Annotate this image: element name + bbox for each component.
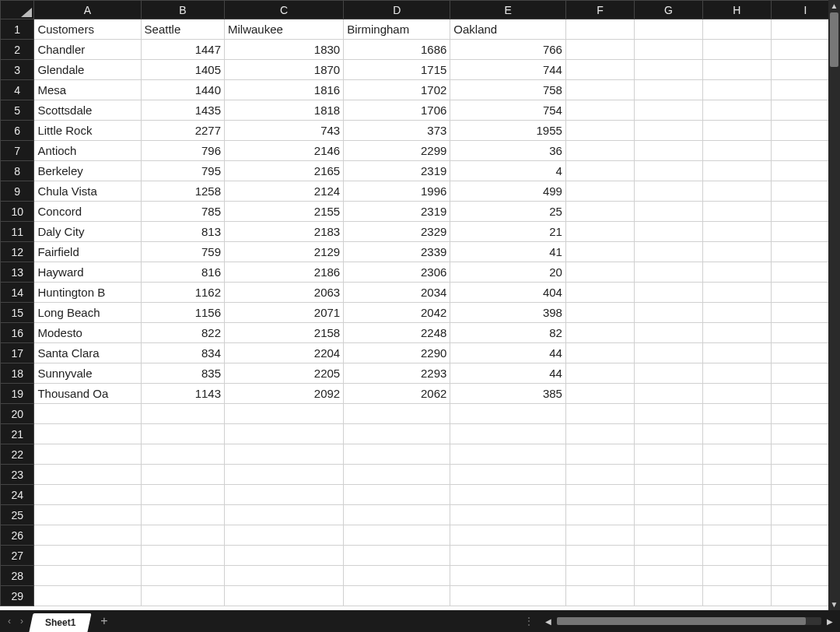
cell[interactable]: 813 [141,222,224,242]
select-all-corner[interactable] [1,1,34,19]
cell[interactable]: 1816 [225,80,344,100]
cell[interactable]: Sunnyvale [34,363,141,384]
cell[interactable]: 1715 [344,60,450,80]
cell[interactable]: 2293 [344,363,450,384]
cell[interactable]: 1830 [225,40,344,60]
cell[interactable] [565,525,634,546]
cell[interactable] [634,121,702,141]
cell[interactable] [565,424,634,444]
row-header[interactable]: 23 [1,465,34,485]
cell[interactable] [450,424,566,444]
cell[interactable] [34,546,141,566]
cell[interactable] [344,505,450,525]
cell[interactable]: 2146 [225,141,344,161]
cell[interactable] [634,141,702,161]
cell[interactable]: 1258 [141,181,224,202]
cell[interactable]: 1162 [141,283,224,303]
cell[interactable]: Scottsdale [34,100,141,121]
scroll-up-button[interactable]: ▲ [828,0,840,12]
cell[interactable]: 2062 [344,384,450,404]
cell[interactable] [634,566,702,586]
column-header[interactable]: E [450,1,566,19]
scroll-left-button[interactable]: ◀ [543,617,554,626]
cell[interactable] [141,444,224,465]
row-header[interactable]: 12 [1,242,34,262]
cell[interactable] [702,121,771,141]
cell[interactable]: Chula Vista [34,181,141,202]
cell[interactable]: 2129 [225,242,344,262]
cell[interactable]: 499 [450,181,566,202]
scroll-down-button[interactable]: ▼ [828,599,840,610]
cell[interactable] [702,19,771,40]
cell[interactable] [634,485,702,505]
cell[interactable] [225,525,344,546]
cell[interactable] [702,525,771,546]
cell[interactable] [565,222,634,242]
cell[interactable]: Santa Clara [34,343,141,363]
row-header[interactable]: 3 [1,60,34,80]
cell[interactable]: 754 [450,100,566,121]
cell[interactable] [565,485,634,505]
cell[interactable]: 759 [141,242,224,262]
column-header[interactable]: D [344,1,450,19]
cell[interactable] [702,323,771,343]
cell[interactable] [702,465,771,485]
row-header[interactable]: 28 [1,566,34,586]
cell[interactable] [702,141,771,161]
cell[interactable] [34,485,141,505]
cell[interactable]: 2071 [225,303,344,323]
cell[interactable]: Thousand Oa [34,384,141,404]
cell[interactable]: 1702 [344,80,450,100]
cell[interactable] [634,262,702,283]
cell[interactable] [702,444,771,465]
cell[interactable] [225,586,344,606]
cell[interactable]: 1996 [344,181,450,202]
cell[interactable] [702,262,771,283]
row-header[interactable]: 25 [1,505,34,525]
cell[interactable] [634,303,702,323]
row-header[interactable]: 29 [1,586,34,606]
cell[interactable] [634,343,702,363]
cell[interactable]: 2339 [344,242,450,262]
cell[interactable] [450,465,566,485]
cell[interactable]: Fairfield [34,242,141,262]
cell[interactable]: 2155 [225,202,344,222]
row-header[interactable]: 17 [1,343,34,363]
cell[interactable] [565,384,634,404]
cell[interactable]: 44 [450,363,566,384]
cell[interactable] [450,586,566,606]
cell[interactable] [634,323,702,343]
row-header[interactable]: 21 [1,424,34,444]
cell[interactable] [141,465,224,485]
cell[interactable] [634,586,702,606]
cell[interactable] [565,444,634,465]
cell[interactable]: Huntington B [34,283,141,303]
row-header[interactable]: 18 [1,363,34,384]
cell[interactable] [565,465,634,485]
cell[interactable] [702,424,771,444]
cell[interactable]: 2319 [344,202,450,222]
cell[interactable]: 21 [450,222,566,242]
cell[interactable] [702,343,771,363]
cell[interactable]: Berkeley [34,161,141,181]
cell[interactable]: 25 [450,202,566,222]
cell[interactable] [702,404,771,424]
cell[interactable]: 20 [450,262,566,283]
cell[interactable]: 1870 [225,60,344,80]
cell[interactable] [634,60,702,80]
cell[interactable]: 398 [450,303,566,323]
row-header[interactable]: 11 [1,222,34,242]
cell[interactable] [34,525,141,546]
cell[interactable]: 2204 [225,343,344,363]
cell[interactable]: 82 [450,323,566,343]
cell[interactable] [565,363,634,384]
cell[interactable]: 2277 [141,121,224,141]
row-header[interactable]: 27 [1,546,34,566]
row-header[interactable]: 9 [1,181,34,202]
row-header[interactable]: 16 [1,323,34,343]
cell[interactable] [450,505,566,525]
cell[interactable] [344,424,450,444]
cell[interactable] [634,384,702,404]
cell[interactable] [225,566,344,586]
cell[interactable] [225,485,344,505]
